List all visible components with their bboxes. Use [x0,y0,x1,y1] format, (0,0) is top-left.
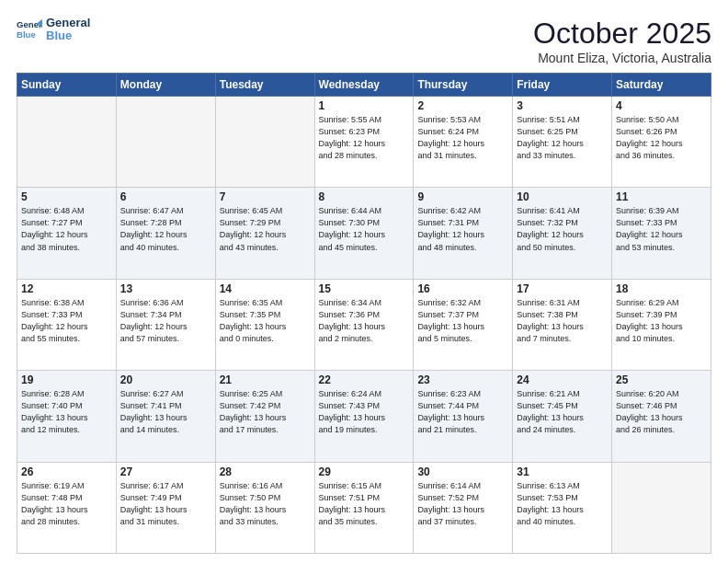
calendar-cell: 5Sunrise: 6:48 AM Sunset: 7:27 PM Daylig… [17,188,117,279]
calendar-cell: 15Sunrise: 6:34 AM Sunset: 7:36 PM Dayli… [314,279,414,370]
weekday-header-saturday: Saturday [612,74,711,97]
weekday-header-tuesday: Tuesday [215,74,314,97]
weekday-header-wednesday: Wednesday [314,74,414,97]
day-info: Sunrise: 6:23 AM Sunset: 7:44 PM Dayligh… [417,388,508,436]
day-info: Sunrise: 6:29 AM Sunset: 7:39 PM Dayligh… [616,297,707,345]
day-info: Sunrise: 6:32 AM Sunset: 7:37 PM Dayligh… [417,297,508,345]
weekday-header-row: SundayMondayTuesdayWednesdayThursdayFrid… [17,74,711,97]
calendar-cell: 11Sunrise: 6:39 AM Sunset: 7:33 PM Dayli… [612,188,711,279]
calendar-cell: 8Sunrise: 6:44 AM Sunset: 7:30 PM Daylig… [314,188,414,279]
month-title: October 2025 [533,17,711,51]
calendar-cell: 20Sunrise: 6:27 AM Sunset: 7:41 PM Dayli… [116,371,215,462]
day-info: Sunrise: 6:19 AM Sunset: 7:48 PM Dayligh… [21,480,112,528]
calendar-cell: 18Sunrise: 6:29 AM Sunset: 7:39 PM Dayli… [612,279,711,370]
day-info: Sunrise: 6:24 AM Sunset: 7:43 PM Dayligh… [319,388,410,436]
weekday-header-sunday: Sunday [17,74,117,97]
day-info: Sunrise: 5:55 AM Sunset: 6:23 PM Dayligh… [319,114,410,162]
day-info: Sunrise: 6:15 AM Sunset: 7:51 PM Dayligh… [319,480,410,528]
calendar-cell: 27Sunrise: 6:17 AM Sunset: 7:49 PM Dayli… [116,462,215,553]
day-number: 8 [319,190,410,203]
calendar-cell [17,97,117,188]
day-info: Sunrise: 6:17 AM Sunset: 7:49 PM Dayligh… [120,480,211,528]
calendar-table: SundayMondayTuesdayWednesdayThursdayFrid… [17,73,711,554]
day-info: Sunrise: 6:44 AM Sunset: 7:30 PM Dayligh… [319,205,410,253]
day-info: Sunrise: 6:31 AM Sunset: 7:38 PM Dayligh… [517,297,608,345]
calendar-cell [116,97,215,188]
calendar-cell: 6Sunrise: 6:47 AM Sunset: 7:28 PM Daylig… [116,188,215,279]
page: General Blue General Blue October 2025 M… [0,0,728,563]
day-number: 24 [517,373,608,386]
day-number: 2 [417,99,508,112]
calendar-cell: 19Sunrise: 6:28 AM Sunset: 7:40 PM Dayli… [17,371,117,462]
logo-icon: General Blue [17,17,42,42]
day-number: 15 [319,282,410,295]
calendar-cell: 14Sunrise: 6:35 AM Sunset: 7:35 PM Dayli… [215,279,314,370]
day-info: Sunrise: 6:42 AM Sunset: 7:31 PM Dayligh… [417,205,508,253]
day-info: Sunrise: 6:34 AM Sunset: 7:36 PM Dayligh… [319,297,410,345]
calendar-cell: 23Sunrise: 6:23 AM Sunset: 7:44 PM Dayli… [414,371,513,462]
day-info: Sunrise: 5:50 AM Sunset: 6:26 PM Dayligh… [616,114,707,162]
day-number: 14 [220,282,311,295]
day-number: 22 [319,373,410,386]
day-number: 25 [616,373,707,386]
day-info: Sunrise: 6:47 AM Sunset: 7:28 PM Dayligh… [120,205,211,253]
day-info: Sunrise: 5:51 AM Sunset: 6:25 PM Dayligh… [517,114,608,162]
calendar-cell: 17Sunrise: 6:31 AM Sunset: 7:38 PM Dayli… [513,279,612,370]
day-info: Sunrise: 6:41 AM Sunset: 7:32 PM Dayligh… [517,205,608,253]
day-number: 16 [417,282,508,295]
calendar-cell: 25Sunrise: 6:20 AM Sunset: 7:46 PM Dayli… [612,371,711,462]
day-info: Sunrise: 6:20 AM Sunset: 7:46 PM Dayligh… [616,388,707,436]
calendar-cell: 28Sunrise: 6:16 AM Sunset: 7:50 PM Dayli… [215,462,314,553]
day-number: 6 [120,190,211,203]
day-number: 11 [616,190,707,203]
day-number: 4 [616,99,707,112]
day-number: 12 [21,282,112,295]
calendar-cell: 9Sunrise: 6:42 AM Sunset: 7:31 PM Daylig… [414,188,513,279]
day-number: 28 [220,465,311,478]
calendar-cell: 16Sunrise: 6:32 AM Sunset: 7:37 PM Dayli… [414,279,513,370]
day-info: Sunrise: 6:21 AM Sunset: 7:45 PM Dayligh… [517,388,608,436]
calendar-cell: 7Sunrise: 6:45 AM Sunset: 7:29 PM Daylig… [215,188,314,279]
day-number: 20 [120,373,211,386]
day-number: 3 [517,99,608,112]
logo: General Blue General Blue [17,17,90,43]
day-number: 29 [319,465,410,478]
calendar-cell: 10Sunrise: 6:41 AM Sunset: 7:32 PM Dayli… [513,188,612,279]
calendar-cell: 3Sunrise: 5:51 AM Sunset: 6:25 PM Daylig… [513,97,612,188]
day-number: 5 [21,190,112,203]
day-info: Sunrise: 6:14 AM Sunset: 7:52 PM Dayligh… [417,480,508,528]
calendar-week-row: 19Sunrise: 6:28 AM Sunset: 7:40 PM Dayli… [17,371,711,462]
calendar-cell: 1Sunrise: 5:55 AM Sunset: 6:23 PM Daylig… [314,97,414,188]
calendar-cell: 2Sunrise: 5:53 AM Sunset: 6:24 PM Daylig… [414,97,513,188]
logo-blue: Blue [46,29,90,42]
day-info: Sunrise: 6:39 AM Sunset: 7:33 PM Dayligh… [616,205,707,253]
calendar-week-row: 1Sunrise: 5:55 AM Sunset: 6:23 PM Daylig… [17,97,711,188]
day-info: Sunrise: 6:38 AM Sunset: 7:33 PM Dayligh… [21,297,112,345]
calendar-week-row: 5Sunrise: 6:48 AM Sunset: 7:27 PM Daylig… [17,188,711,279]
weekday-header-friday: Friday [513,74,612,97]
calendar-week-row: 26Sunrise: 6:19 AM Sunset: 7:48 PM Dayli… [17,462,711,553]
day-number: 31 [517,465,608,478]
calendar-week-row: 12Sunrise: 6:38 AM Sunset: 7:33 PM Dayli… [17,279,711,370]
calendar-cell [612,462,711,553]
day-number: 27 [120,465,211,478]
svg-text:Blue: Blue [17,29,36,40]
calendar-cell [215,97,314,188]
day-number: 1 [319,99,410,112]
day-info: Sunrise: 6:28 AM Sunset: 7:40 PM Dayligh… [21,388,112,436]
day-number: 13 [120,282,211,295]
calendar-cell: 22Sunrise: 6:24 AM Sunset: 7:43 PM Dayli… [314,371,414,462]
location: Mount Eliza, Victoria, Australia [533,51,711,65]
day-info: Sunrise: 6:36 AM Sunset: 7:34 PM Dayligh… [120,297,211,345]
svg-text:General: General [17,20,42,30]
logo-general: General [46,17,90,29]
day-info: Sunrise: 6:48 AM Sunset: 7:27 PM Dayligh… [21,205,112,253]
day-info: Sunrise: 5:53 AM Sunset: 6:24 PM Dayligh… [417,114,508,162]
weekday-header-monday: Monday [116,74,215,97]
calendar-cell: 21Sunrise: 6:25 AM Sunset: 7:42 PM Dayli… [215,371,314,462]
calendar-cell: 13Sunrise: 6:36 AM Sunset: 7:34 PM Dayli… [116,279,215,370]
day-info: Sunrise: 6:35 AM Sunset: 7:35 PM Dayligh… [220,297,311,345]
calendar-cell: 31Sunrise: 6:13 AM Sunset: 7:53 PM Dayli… [513,462,612,553]
title-block: October 2025 Mount Eliza, Victoria, Aust… [533,17,711,65]
day-number: 23 [417,373,508,386]
